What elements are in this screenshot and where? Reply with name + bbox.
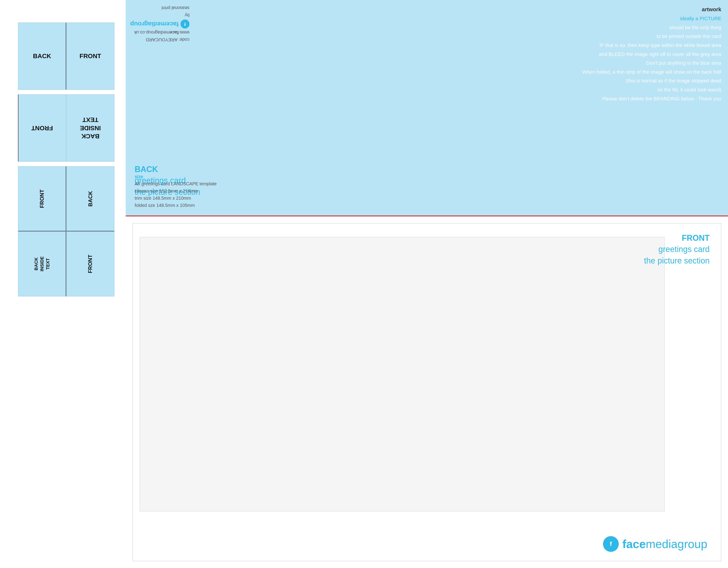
size-line3: trim size 148.5mm x 210mm (135, 194, 217, 202)
artwork-line10: Please don't delete the BRANDING below -… (582, 94, 721, 103)
right-panel: code: AREYOUCARD www.facemediagroup.co.u… (126, 0, 728, 568)
artwork-block: artwork ideally a PICTURE should be the … (582, 4, 721, 103)
size-line1: A6 greetings card LANDSCAPE template (135, 180, 217, 187)
back-cell: BACK (18, 22, 66, 90)
size-line4: folded sze 148.5mm x 105mm (135, 202, 217, 209)
artwork-line5: and BLEED the image right off to cover a… (582, 50, 721, 59)
logo-text: facemediagroup (622, 537, 707, 551)
back-inside-cell: BACKINSIDETEXT (66, 94, 114, 162)
upside-logo-icon: f (180, 19, 189, 28)
upside-down-block: code: AREYOUCARD www.facemediagroup.co.u… (130, 4, 189, 43)
artwork-line7: When folded, a thin strip of the image w… (582, 68, 721, 77)
artwork-line6: Don't put anything in the blue area (582, 59, 721, 68)
logo-face: face (622, 537, 646, 550)
front-section-picture: the picture section (644, 255, 710, 266)
size-line2: canvas size 152.5mm x 214mm (135, 187, 217, 194)
size-label: size (135, 174, 217, 179)
left-panel: BACK FRONT FRONT BACKINSIDETEXT FRONT BA… (18, 22, 114, 297)
front-cell: FRONT (66, 22, 114, 90)
portrait-back-inside-cell: BACKINSIDETEXT (18, 231, 66, 297)
safe-zone-box (140, 237, 665, 511)
upside-logo-text: facemediagroup (130, 19, 179, 29)
artwork-line1: ideally a PICTURE (582, 14, 721, 23)
artwork-line2: should be the only thing (582, 23, 721, 32)
artwork-line9: on the fid, it could look waird) (582, 85, 721, 94)
back-inside-label: BACKINSIDETEXT (80, 116, 101, 140)
portrait-back-label: BACK (87, 191, 93, 206)
portrait-front-cell-2: FRONT (66, 231, 114, 297)
front-section-label: FRONT (644, 232, 710, 244)
front-card-inner: FRONT greetings card the picture section… (132, 223, 721, 561)
info-section: code: AREYOUCARD www.facemediagroup.co.u… (126, 0, 728, 215)
front-flip-cell: FRONT (18, 94, 66, 162)
logo-media: mediagroup (646, 537, 707, 550)
logo-block: f facemediagroup (603, 536, 707, 552)
diagram-row-2: FRONT BACKINSIDETEXT (18, 94, 114, 162)
front-card-section: FRONT greetings card the picture section… (126, 215, 728, 568)
portrait-left-pair: FRONT BACKINSIDETEXT (18, 166, 66, 297)
artwork-line4: IF that is so, then keep type within the… (582, 41, 721, 50)
front-flip-label: FRONT (31, 124, 53, 132)
upside-line5: seasonal print (130, 4, 189, 12)
upside-logo-row: f facemediagroup (130, 19, 189, 29)
artwork-line3: to be printed outside this card (582, 32, 721, 41)
front-label: FRONT (79, 53, 101, 60)
portrait-front-label: FRONT (39, 189, 45, 208)
diagram-row-1: BACK FRONT (18, 22, 114, 90)
front-section-greeting: greetings card (644, 244, 710, 255)
svg-text:f: f (610, 540, 612, 547)
logo-icon: f (603, 536, 619, 552)
portrait-front-label-2: FRONT (87, 255, 94, 273)
upside-line1: code: AREYOUCARD (130, 36, 189, 43)
back-label: BACK (33, 53, 51, 60)
artwork-title: artwork (582, 4, 721, 14)
size-info-block: size A6 greetings card LANDSCAPE templat… (135, 174, 217, 209)
artwork-line8: (this is normal as if the image stopped … (582, 76, 721, 85)
back-section-label: BACK (135, 164, 200, 175)
portrait-back-cell: BACK (66, 166, 114, 231)
upside-line2: www.facemediagroup.co.uk (130, 29, 189, 36)
portrait-section: FRONT BACKINSIDETEXT BACK FRONT (18, 166, 114, 297)
portrait-right-pair: BACK FRONT (66, 166, 114, 297)
portrait-front-cell: FRONT (18, 166, 66, 231)
front-label-block: FRONT greetings card the picture section (644, 232, 710, 266)
upside-line4: by (130, 12, 189, 19)
portrait-back-inside-label: BACKINSIDETEXT (33, 256, 51, 271)
